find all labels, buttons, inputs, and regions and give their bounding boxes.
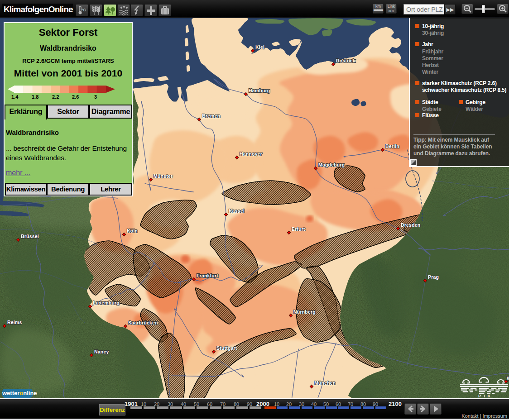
svg-text:Bremen: Bremen (202, 113, 220, 119)
svg-text:PIK: PIK (478, 393, 493, 398)
svg-text:Magdeburg: Magdeburg (318, 162, 345, 167)
svg-text:Prag: Prag (428, 274, 439, 280)
svg-text:Brüssel: Brüssel (21, 234, 39, 239)
svg-text:Kassel: Kassel (229, 208, 245, 214)
svg-text:München: München (314, 380, 336, 386)
svg-text:Luxemburg: Luxemburg (93, 300, 120, 305)
svg-text:Reims: Reims (7, 320, 22, 325)
svg-text:Münster: Münster (154, 173, 173, 179)
svg-text:Nürnberg: Nürnberg (293, 309, 316, 315)
svg-text:°C: °C (82, 8, 86, 12)
svg-text:Nancy: Nancy (94, 349, 109, 354)
svg-text:Hannover: Hannover (240, 151, 262, 157)
svg-text:Köln: Köln (127, 228, 138, 234)
svg-text:Rostock: Rostock (336, 58, 355, 63)
svg-text:Hamburg: Hamburg (249, 88, 270, 93)
svg-text:Berlin: Berlin (385, 143, 399, 149)
svg-text:Erfurt: Erfurt (292, 226, 305, 232)
svg-text:Kiel: Kiel (255, 44, 264, 50)
svg-text:Saarbrücken: Saarbrücken (128, 320, 158, 325)
svg-text:Frankfurt: Frankfurt (197, 273, 218, 278)
svg-text:Stuttgart: Stuttgart (216, 345, 237, 351)
svg-text:Dresden: Dresden (401, 222, 420, 228)
